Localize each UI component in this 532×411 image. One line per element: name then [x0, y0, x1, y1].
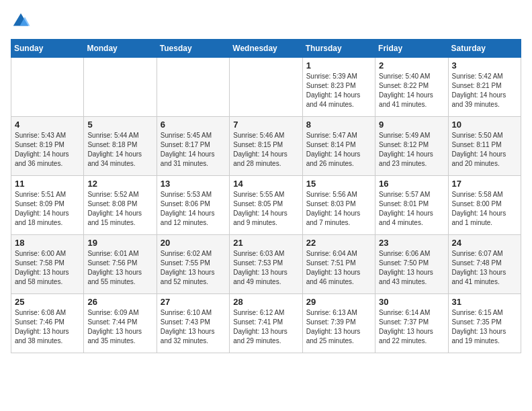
calendar-cell: 11Sunrise: 5:51 AM Sunset: 8:09 PM Dayli…: [11, 176, 84, 235]
day-info: Sunrise: 5:50 AM Sunset: 8:11 PM Dayligh…: [452, 131, 517, 169]
day-info: Sunrise: 5:55 AM Sunset: 8:05 PM Dayligh…: [233, 190, 298, 228]
day-header-saturday: Saturday: [448, 40, 521, 58]
calendar-table: SundayMondayTuesdayWednesdayThursdayFrid…: [11, 39, 521, 353]
calendar-cell: 16Sunrise: 5:57 AM Sunset: 8:01 PM Dayli…: [375, 176, 448, 235]
logo: [11, 11, 34, 31]
calendar-cell: 20Sunrise: 6:02 AM Sunset: 7:55 PM Dayli…: [157, 235, 229, 294]
day-header-monday: Monday: [84, 40, 157, 58]
day-number: 24: [452, 238, 517, 248]
day-number: 12: [87, 179, 152, 189]
calendar-cell: 26Sunrise: 6:09 AM Sunset: 7:44 PM Dayli…: [84, 294, 157, 353]
day-header-sunday: Sunday: [11, 40, 84, 58]
day-info: Sunrise: 5:47 AM Sunset: 8:14 PM Dayligh…: [306, 131, 371, 169]
calendar-week-row: 1Sunrise: 5:39 AM Sunset: 8:23 PM Daylig…: [11, 58, 521, 117]
calendar-cell: 13Sunrise: 5:53 AM Sunset: 8:06 PM Dayli…: [157, 176, 229, 235]
day-info: Sunrise: 5:57 AM Sunset: 8:01 PM Dayligh…: [379, 190, 444, 228]
calendar-cell: [230, 58, 302, 117]
day-info: Sunrise: 6:00 AM Sunset: 7:58 PM Dayligh…: [15, 249, 80, 287]
day-number: 10: [452, 120, 517, 130]
day-info: Sunrise: 6:14 AM Sunset: 7:37 PM Dayligh…: [379, 308, 444, 346]
day-info: Sunrise: 5:45 AM Sunset: 8:17 PM Dayligh…: [161, 131, 226, 169]
day-info: Sunrise: 6:06 AM Sunset: 7:50 PM Dayligh…: [379, 249, 444, 287]
day-number: 11: [15, 179, 80, 189]
calendar-cell: 1Sunrise: 5:39 AM Sunset: 8:23 PM Daylig…: [302, 58, 375, 117]
calendar-cell: [11, 58, 84, 117]
day-number: 2: [379, 60, 444, 71]
day-number: 15: [306, 179, 371, 189]
day-number: 27: [161, 297, 226, 307]
day-number: 4: [15, 120, 80, 130]
day-info: Sunrise: 6:01 AM Sunset: 7:56 PM Dayligh…: [87, 249, 152, 287]
calendar-cell: 18Sunrise: 6:00 AM Sunset: 7:58 PM Dayli…: [11, 235, 84, 294]
day-header-thursday: Thursday: [302, 40, 375, 58]
day-info: Sunrise: 5:53 AM Sunset: 8:06 PM Dayligh…: [161, 190, 226, 228]
day-info: Sunrise: 6:02 AM Sunset: 7:55 PM Dayligh…: [161, 249, 226, 287]
day-number: 7: [233, 120, 298, 130]
calendar-cell: 21Sunrise: 6:03 AM Sunset: 7:53 PM Dayli…: [230, 235, 302, 294]
day-info: Sunrise: 5:58 AM Sunset: 8:00 PM Dayligh…: [452, 190, 517, 228]
day-number: 21: [233, 238, 298, 248]
day-header-friday: Friday: [375, 40, 448, 58]
calendar-cell: 27Sunrise: 6:10 AM Sunset: 7:43 PM Dayli…: [157, 294, 229, 353]
day-header-tuesday: Tuesday: [157, 40, 229, 58]
day-number: 28: [233, 297, 298, 307]
calendar-cell: 12Sunrise: 5:52 AM Sunset: 8:08 PM Dayli…: [84, 176, 157, 235]
day-number: 14: [233, 179, 298, 189]
day-info: Sunrise: 5:49 AM Sunset: 8:12 PM Dayligh…: [379, 131, 444, 169]
calendar-cell: 19Sunrise: 6:01 AM Sunset: 7:56 PM Dayli…: [84, 235, 157, 294]
calendar-cell: [84, 58, 157, 117]
day-number: 30: [379, 297, 444, 307]
calendar-cell: 10Sunrise: 5:50 AM Sunset: 8:11 PM Dayli…: [448, 117, 521, 176]
day-number: 3: [452, 60, 517, 71]
calendar-cell: 15Sunrise: 5:56 AM Sunset: 8:03 PM Dayli…: [302, 176, 375, 235]
calendar-cell: 29Sunrise: 6:13 AM Sunset: 7:39 PM Dayli…: [302, 294, 375, 353]
calendar-cell: 24Sunrise: 6:07 AM Sunset: 7:48 PM Dayli…: [448, 235, 521, 294]
calendar-cell: 23Sunrise: 6:06 AM Sunset: 7:50 PM Dayli…: [375, 235, 448, 294]
calendar-cell: 22Sunrise: 6:04 AM Sunset: 7:51 PM Dayli…: [302, 235, 375, 294]
day-number: 22: [306, 238, 371, 248]
day-number: 25: [15, 297, 80, 307]
calendar-cell: 31Sunrise: 6:15 AM Sunset: 7:35 PM Dayli…: [448, 294, 521, 353]
day-info: Sunrise: 5:43 AM Sunset: 8:19 PM Dayligh…: [15, 131, 80, 169]
calendar-cell: 7Sunrise: 5:46 AM Sunset: 8:15 PM Daylig…: [230, 117, 302, 176]
day-info: Sunrise: 5:52 AM Sunset: 8:08 PM Dayligh…: [87, 190, 152, 228]
day-number: 6: [161, 120, 226, 130]
day-info: Sunrise: 5:42 AM Sunset: 8:21 PM Dayligh…: [452, 72, 517, 109]
day-info: Sunrise: 6:03 AM Sunset: 7:53 PM Dayligh…: [233, 249, 298, 287]
calendar-week-row: 11Sunrise: 5:51 AM Sunset: 8:09 PM Dayli…: [11, 176, 521, 235]
day-number: 16: [379, 179, 444, 189]
calendar-cell: 30Sunrise: 6:14 AM Sunset: 7:37 PM Dayli…: [375, 294, 448, 353]
calendar-cell: [157, 58, 229, 117]
calendar-cell: 28Sunrise: 6:12 AM Sunset: 7:41 PM Dayli…: [230, 294, 302, 353]
day-info: Sunrise: 5:46 AM Sunset: 8:15 PM Dayligh…: [233, 131, 298, 169]
day-number: 29: [306, 297, 371, 307]
day-number: 20: [161, 238, 226, 248]
day-number: 18: [15, 238, 80, 248]
day-number: 8: [306, 120, 371, 130]
day-number: 19: [87, 238, 152, 248]
calendar-week-row: 18Sunrise: 6:00 AM Sunset: 7:58 PM Dayli…: [11, 235, 521, 294]
day-number: 31: [452, 297, 517, 307]
day-info: Sunrise: 5:39 AM Sunset: 8:23 PM Dayligh…: [306, 72, 371, 109]
day-info: Sunrise: 5:51 AM Sunset: 8:09 PM Dayligh…: [15, 190, 80, 228]
calendar-cell: 5Sunrise: 5:44 AM Sunset: 8:18 PM Daylig…: [84, 117, 157, 176]
calendar-cell: 9Sunrise: 5:49 AM Sunset: 8:12 PM Daylig…: [375, 117, 448, 176]
calendar-cell: 2Sunrise: 5:40 AM Sunset: 8:22 PM Daylig…: [375, 58, 448, 117]
calendar-week-row: 4Sunrise: 5:43 AM Sunset: 8:19 PM Daylig…: [11, 117, 521, 176]
day-info: Sunrise: 6:08 AM Sunset: 7:46 PM Dayligh…: [15, 308, 80, 346]
day-header-wednesday: Wednesday: [230, 40, 302, 58]
day-info: Sunrise: 6:15 AM Sunset: 7:35 PM Dayligh…: [452, 308, 517, 346]
day-info: Sunrise: 6:12 AM Sunset: 7:41 PM Dayligh…: [233, 308, 298, 346]
day-info: Sunrise: 6:07 AM Sunset: 7:48 PM Dayligh…: [452, 249, 517, 287]
day-info: Sunrise: 6:13 AM Sunset: 7:39 PM Dayligh…: [306, 308, 371, 346]
day-number: 17: [452, 179, 517, 189]
day-number: 13: [161, 179, 226, 189]
calendar-cell: 8Sunrise: 5:47 AM Sunset: 8:14 PM Daylig…: [302, 117, 375, 176]
day-number: 5: [87, 120, 152, 130]
logo-icon: [11, 11, 31, 31]
day-info: Sunrise: 5:40 AM Sunset: 8:22 PM Dayligh…: [379, 72, 444, 109]
calendar-cell: 25Sunrise: 6:08 AM Sunset: 7:46 PM Dayli…: [11, 294, 84, 353]
day-info: Sunrise: 6:04 AM Sunset: 7:51 PM Dayligh…: [306, 249, 371, 287]
calendar-cell: 3Sunrise: 5:42 AM Sunset: 8:21 PM Daylig…: [448, 58, 521, 117]
day-info: Sunrise: 5:56 AM Sunset: 8:03 PM Dayligh…: [306, 190, 371, 228]
